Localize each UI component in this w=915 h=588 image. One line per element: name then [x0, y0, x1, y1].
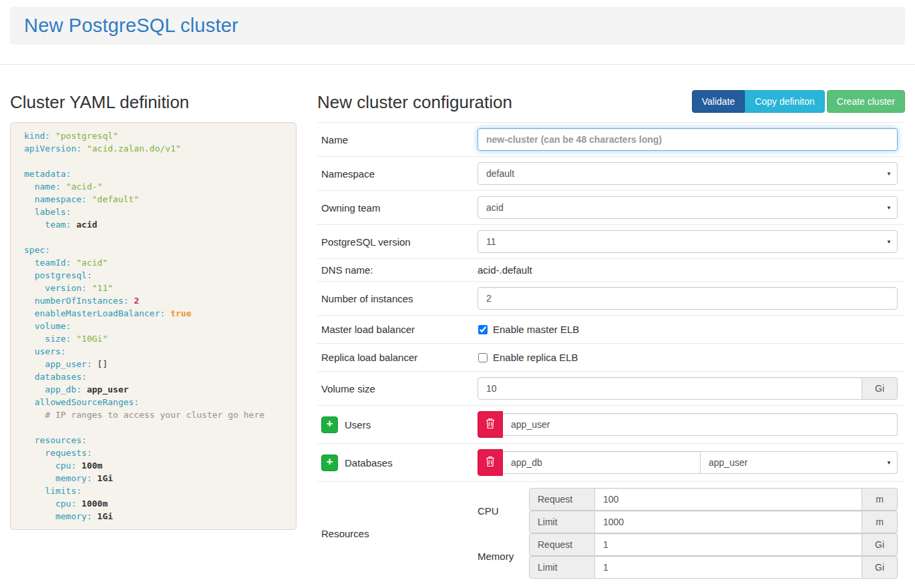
volume-size-label: Volume size — [317, 383, 478, 394]
delete-database-button[interactable] — [478, 449, 503, 476]
validate-button[interactable]: Validate — [692, 90, 745, 113]
resources-label: Resources — [317, 528, 478, 539]
plus-icon: + — [327, 455, 333, 469]
memory-request-input[interactable] — [595, 533, 862, 556]
add-database-button[interactable]: + — [321, 455, 338, 471]
form-row-name: Name — [317, 122, 905, 156]
yaml-panel: Cluster YAML definition kind: "postgresq… — [10, 65, 297, 585]
add-user-button[interactable]: + — [321, 416, 338, 433]
cpu-group: CPU Request m Limit m — [478, 488, 898, 533]
instances-input[interactable] — [478, 287, 898, 310]
cpu-request-row: Request m — [529, 488, 898, 511]
master-lb-label: Master load balancer — [317, 324, 478, 335]
memory-request-unit: Gi — [862, 533, 898, 556]
name-label: Name — [317, 134, 478, 145]
pg-version-select[interactable]: 11 — [478, 230, 898, 253]
replica-lb-label: Replica load balancer — [317, 352, 478, 363]
cpu-limit-unit: m — [862, 511, 898, 533]
form-row-instances: Number of instances — [317, 281, 905, 315]
enable-replica-elb-option[interactable]: Enable replica ELB — [478, 352, 578, 363]
copy-definition-button[interactable]: Copy definiton — [745, 90, 825, 113]
trash-icon — [486, 418, 495, 431]
volume-size-input[interactable] — [478, 377, 862, 400]
replica-elb-text: Enable replica ELB — [493, 352, 578, 363]
page-title: New PostgreSQL cluster — [24, 15, 238, 37]
users-label: Users — [345, 419, 371, 430]
master-elb-text: Enable master ELB — [493, 324, 579, 335]
cpu-label: CPU — [478, 505, 529, 517]
memory-label: Memory — [478, 551, 529, 562]
form-row-volume: Volume size Gi — [317, 371, 905, 405]
page-header: New PostgreSQL cluster — [10, 7, 905, 45]
cpu-request-input[interactable] — [595, 488, 862, 511]
volume-unit-addon: Gi — [862, 377, 898, 400]
memory-request-row: Request Gi — [529, 533, 898, 556]
memory-request-addon: Request — [529, 533, 595, 556]
cpu-limit-input[interactable] — [595, 511, 862, 533]
user-name-input[interactable] — [503, 413, 898, 436]
instances-label: Number of instances — [317, 293, 478, 304]
create-cluster-button[interactable]: Create cluster — [827, 90, 905, 113]
cpu-request-unit: m — [862, 488, 898, 511]
form-row-replica-lb: Replica load balancer Enable replica ELB — [317, 343, 905, 371]
memory-limit-input[interactable] — [595, 556, 862, 579]
namespace-select[interactable]: default — [478, 162, 898, 185]
form-row-users: + Users — [317, 405, 905, 443]
databases-label: Databases — [345, 457, 393, 469]
main-content: Cluster YAML definition kind: "postgresq… — [0, 65, 915, 585]
action-button-group: Validate Copy definiton Create cluster — [692, 90, 905, 113]
memory-limit-addon: Limit — [529, 556, 595, 579]
database-name-input[interactable] — [503, 451, 701, 474]
database-owner-select[interactable]: app_user — [701, 451, 898, 474]
users-label-group: + Users — [317, 416, 478, 433]
master-elb-checkbox[interactable] — [478, 325, 488, 334]
cpu-limit-row: Limit m — [529, 511, 898, 533]
form-row-dns: DNS name: acid-.default — [317, 258, 905, 281]
dns-name-value: acid-.default — [478, 264, 532, 276]
owning-team-label: Owning team — [317, 202, 478, 214]
memory-limit-unit: Gi — [862, 556, 898, 579]
form-row-databases: + Databases — [317, 443, 905, 481]
form-row-namespace: Namespace default ▼ — [317, 156, 905, 190]
databases-label-group: + Databases — [317, 455, 478, 471]
enable-master-elb-option[interactable]: Enable master ELB — [478, 324, 579, 335]
plus-icon: + — [327, 417, 333, 430]
yaml-section-heading: Cluster YAML definition — [10, 90, 297, 114]
form-row-resources: Resources CPU Request m Limit m — [317, 481, 905, 585]
resources-table: CPU Request m Limit m — [478, 488, 905, 579]
replica-elb-checkbox[interactable] — [478, 353, 488, 362]
cluster-yaml-definition: kind: "postgresql"apiVersion: "acid.zala… — [10, 122, 297, 530]
config-panel: New cluster configuration Validate Copy … — [317, 65, 905, 585]
memory-limit-row: Limit Gi — [529, 556, 898, 579]
config-section-heading: New cluster configuration — [317, 90, 512, 114]
form-row-master-lb: Master load balancer Enable master ELB — [317, 315, 905, 343]
dns-name-label: DNS name: — [317, 264, 478, 276]
trash-icon — [486, 456, 495, 469]
form-row-owning-team: Owning team acid ▼ — [317, 190, 905, 224]
delete-user-button[interactable] — [478, 411, 503, 438]
owning-team-select[interactable]: acid — [478, 196, 898, 219]
memory-group: Memory Request Gi Limit Gi — [478, 533, 898, 579]
cluster-name-input[interactable] — [478, 128, 898, 151]
cpu-limit-addon: Limit — [529, 511, 595, 533]
cpu-request-addon: Request — [529, 488, 595, 511]
namespace-label: Namespace — [317, 168, 478, 180]
pg-version-label: PostgreSQL version — [317, 236, 478, 248]
form-row-pg-version: PostgreSQL version 11 ▼ — [317, 224, 905, 258]
